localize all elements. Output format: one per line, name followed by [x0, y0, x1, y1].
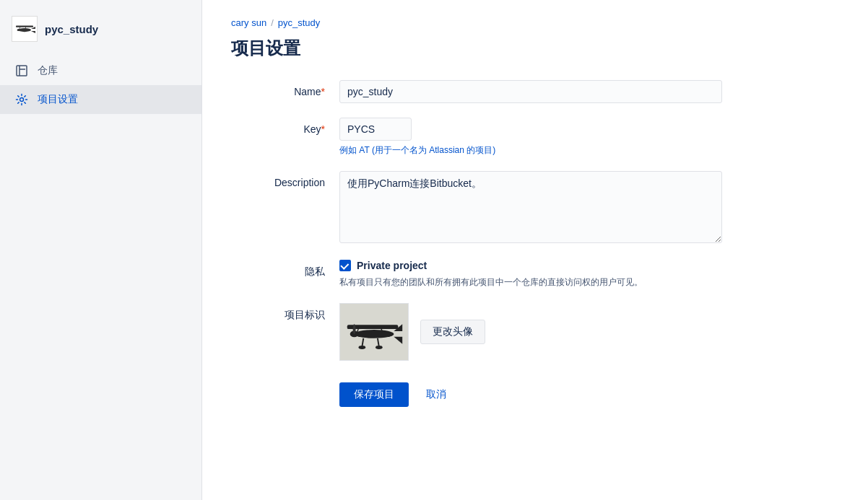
description-label: Description [231, 171, 325, 188]
settings-icon [14, 92, 29, 107]
privacy-control: Private project 私有项目只有您的团队和所有拥有此项目中一个仓库的… [339, 260, 722, 289]
action-row: 保存项目 取消 [339, 382, 839, 407]
sidebar-item-repo-label: 仓库 [38, 64, 58, 77]
key-row: Key* 例如 AT (用于一个名为 Atlassian 的项目) [231, 118, 722, 157]
name-input[interactable] [339, 80, 722, 103]
breadcrumb-separator: / [271, 17, 274, 28]
private-project-row: Private project [339, 260, 722, 271]
save-button[interactable]: 保存项目 [339, 382, 409, 407]
avatar-row: 项目标识 [231, 303, 722, 361]
key-hint: 例如 AT (用于一个名为 Atlassian 的项目) [339, 144, 722, 157]
svg-point-11 [20, 98, 24, 102]
avatar-label: 项目标识 [231, 303, 325, 322]
svg-point-22 [376, 346, 383, 349]
svg-marker-4 [31, 31, 35, 33]
main-content: cary sun / pyc_study 项目设置 Name* Key* 例如 … [202, 0, 868, 500]
change-avatar-button[interactable]: 更改头像 [420, 320, 485, 344]
avatar-section: 更改头像 [339, 303, 722, 361]
privacy-row: 隐私 Private project 私有项目只有您的团队和所有拥有此项目中一个… [231, 260, 722, 289]
svg-rect-1 [16, 26, 33, 27]
name-control [339, 80, 722, 103]
svg-rect-8 [17, 66, 27, 76]
name-row: Name* [231, 80, 722, 103]
sidebar-nav: 仓库 项目设置 [0, 56, 201, 114]
repo-icon [14, 63, 29, 78]
description-control: 使用PyCharm连接Bitbucket。 [339, 171, 722, 245]
svg-point-21 [358, 346, 365, 349]
sidebar-project-name: pyc_study [45, 23, 98, 35]
sidebar-item-repo[interactable]: 仓库 [0, 56, 201, 85]
name-label: Name* [231, 80, 325, 97]
project-avatar [339, 303, 409, 361]
breadcrumb-project[interactable]: pyc_study [278, 17, 321, 28]
cancel-button[interactable]: 取消 [417, 382, 455, 407]
private-project-checkbox[interactable] [339, 260, 351, 271]
avatar-control: 更改头像 [339, 303, 722, 361]
svg-point-25 [353, 324, 356, 334]
description-row: Description 使用PyCharm连接Bitbucket。 [231, 171, 722, 245]
key-label: Key* [231, 118, 325, 135]
settings-form: Name* Key* 例如 AT (用于一个名为 Atlassian 的项目) … [231, 80, 722, 361]
key-input[interactable] [339, 118, 412, 141]
sidebar: pyc_study 仓库 项目设置 [0, 0, 202, 500]
page-title: 项目设置 [231, 37, 839, 60]
privacy-label: 隐私 [231, 260, 325, 278]
svg-point-5 [17, 29, 21, 31]
project-logo [12, 16, 38, 42]
sidebar-item-settings[interactable]: 项目设置 [0, 85, 201, 114]
sidebar-project-header[interactable]: pyc_study [0, 7, 201, 51]
sidebar-item-settings-label: 项目设置 [38, 93, 78, 106]
breadcrumb: cary sun / pyc_study [231, 17, 839, 28]
privacy-hint: 私有项目只有您的团队和所有拥有此项目中一个仓库的直接访问权的用户可见。 [339, 276, 722, 289]
breadcrumb-user[interactable]: cary sun [231, 17, 266, 28]
key-control: 例如 AT (用于一个名为 Atlassian 的项目) [339, 118, 722, 157]
description-input[interactable]: 使用PyCharm连接Bitbucket。 [339, 171, 722, 243]
svg-rect-15 [356, 333, 390, 336]
private-project-label: Private project [357, 260, 427, 271]
